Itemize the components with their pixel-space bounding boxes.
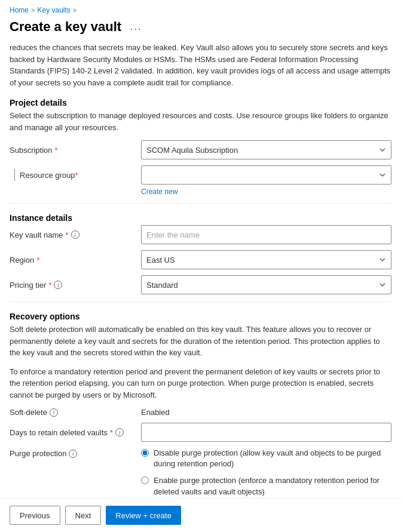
soft-delete-row: Soft-delete i Enabled [10,408,391,417]
soft-delete-label: Soft-delete i [10,408,141,417]
pricing-tier-control: Standard [141,275,391,294]
pricing-required: * [48,281,51,290]
resource-group-row: Resource group * [10,165,391,184]
region-required: * [36,256,39,265]
create-new-wrapper: Create new [10,187,391,196]
subscription-row: Subscription * SCOM Aquila Subscription [10,140,391,159]
region-control: East US [141,250,391,269]
create-new-link[interactable]: Create new [141,187,177,196]
pricing-info-icon: i [54,281,62,289]
divider-1 [10,203,391,204]
kv-name-required: * [66,230,69,239]
page-title: Create a key vault [10,19,121,35]
review-create-button[interactable]: Review + create [106,506,181,525]
region-select[interactable]: East US [141,250,391,269]
days-retain-input[interactable]: 90 [141,423,391,442]
previous-button[interactable]: Previous [10,506,60,525]
breadcrumb-home[interactable]: Home [10,6,29,14]
purge-option-2-label: Enable purge protection (enforce a manda… [154,475,391,497]
key-vault-name-control [141,225,391,244]
resource-group-select[interactable] [141,165,391,184]
instance-details-title: Instance details [10,213,391,223]
region-label: Region * [10,256,141,265]
days-retain-control: 90 [141,423,391,442]
instance-details-section: Instance details Key vault name * i Regi… [10,213,391,294]
footer: Previous Next Review + create [0,498,401,532]
purge-enable-radio[interactable] [141,476,149,484]
subscription-label: Subscription * [10,146,141,155]
resource-group-label: Resource group [20,171,75,180]
project-details-subtitle: Select the subscription to manage deploy… [10,110,391,133]
next-button[interactable]: Next [65,506,102,525]
subscription-select[interactable]: SCOM Aquila Subscription [141,140,391,159]
recovery-desc-1: Soft delete protection will automaticall… [10,324,391,359]
purge-disable-radio[interactable] [141,449,149,457]
content-area: reduces the chances that secrets may be … [0,42,401,514]
pricing-tier-label: Pricing tier * i [10,281,141,290]
days-info-icon: i [115,428,124,436]
page-header: Create a key vault ... [0,17,401,42]
key-vault-name-row: Key vault name * i [10,225,391,244]
purge-options: Disable purge protection (allow key vaul… [141,448,391,503]
recovery-desc-2: To enforce a mandatory retention period … [10,366,391,401]
purge-info-icon: i [69,450,77,458]
subscription-control: SCOM Aquila Subscription [141,140,391,159]
resource-group-label-area: Resource group * [10,169,141,181]
kv-name-info-icon: i [71,230,79,239]
breadcrumb: Home > Key vaults > [0,0,401,17]
rg-indent: Resource group * [10,169,78,181]
purge-protection-label: Purge protection i [10,448,141,458]
recovery-options-section: Recovery options Soft delete protection … [10,312,391,503]
project-details-section: Project details Select the subscription … [10,98,391,196]
recovery-options-title: Recovery options [10,312,391,321]
resource-group-control [141,165,391,184]
breadcrumb-sep2: > [73,7,76,14]
purge-protection-row: Purge protection i Disable purge protect… [10,448,391,503]
days-required: * [110,428,113,437]
purge-option-2: Enable purge protection (enforce a manda… [141,475,391,497]
soft-delete-value: Enabled [141,408,170,417]
key-vault-name-input[interactable] [141,225,391,244]
purge-option-1: Disable purge protection (allow key vaul… [141,448,391,469]
days-retain-label: Days to retain deleted vaults * i [10,428,141,437]
more-options-button[interactable]: ... [126,20,146,34]
pricing-tier-row: Pricing tier * i Standard [10,275,391,294]
region-row: Region * East US [10,250,391,269]
soft-delete-info-icon: i [50,408,58,417]
subscription-required: * [55,146,58,155]
divider-2 [10,302,391,302]
key-vault-name-label: Key vault name * i [10,230,141,239]
pricing-tier-select[interactable]: Standard [141,275,391,294]
breadcrumb-sep1: > [31,7,35,14]
days-retain-row: Days to retain deleted vaults * i 90 [10,423,391,442]
resource-group-required: * [75,171,78,180]
description-text: reduces the chances that secrets may be … [10,42,391,88]
breadcrumb-keyvaults[interactable]: Key vaults [37,6,70,14]
project-details-title: Project details [10,98,391,107]
purge-option-1-label: Disable purge protection (allow key vaul… [154,448,391,469]
